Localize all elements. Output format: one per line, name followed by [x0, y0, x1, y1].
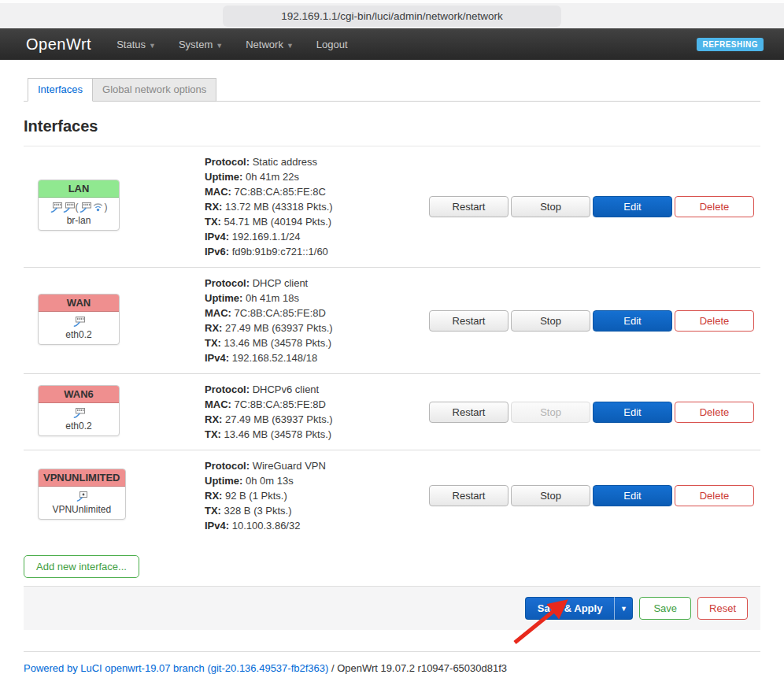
interface-name: LAN	[39, 180, 119, 198]
openwrt-logo: OpenWrt	[26, 35, 91, 54]
detail-line: IPv4: 192.169.1.1/24	[205, 229, 429, 244]
nav-item-system[interactable]: System▼	[179, 39, 223, 50]
interface-details: Protocol: WireGuard VPNUptime: 0h 0m 13s…	[205, 450, 429, 541]
stop-button[interactable]: Stop	[511, 310, 590, 332]
detail-line: IPv6: fd9b:91b9:c721::1/60	[205, 244, 429, 259]
delete-button[interactable]: Delete	[675, 310, 754, 332]
nav-item-logout[interactable]: Logout	[316, 39, 348, 50]
save-apply-split-button: Save & Apply ▼	[525, 597, 634, 620]
edit-button[interactable]: Edit	[593, 402, 672, 423]
detail-line: TX: 54.71 MB (40194 Pkts.)	[205, 214, 429, 229]
interface-name: WAN	[39, 295, 119, 312]
interface-details: Protocol: Static addressUptime: 0h 41m 2…	[205, 146, 429, 267]
interface-icons	[42, 315, 116, 327]
delete-button[interactable]: Delete	[675, 196, 754, 217]
tunnel-icon	[76, 491, 87, 502]
page-title: Interfaces	[24, 117, 760, 146]
interface-status-box: VPNUNLIMITED VPNUnlimited	[38, 469, 126, 520]
save-button[interactable]: Save	[639, 597, 691, 620]
detail-line: RX: 27.49 MB (63937 Pkts.)	[205, 320, 429, 335]
interface-name: WAN6	[39, 386, 119, 403]
restart-button[interactable]: Restart	[429, 196, 508, 217]
edit-button[interactable]: Edit	[593, 310, 672, 332]
footer-luci-link[interactable]: Powered by LuCI openwrt-19.07 branch (gi…	[24, 662, 328, 674]
detail-line: TX: 328 B (3 Pkts.)	[205, 503, 429, 518]
interface-icons: ()	[42, 201, 116, 213]
stop-button: Stop	[511, 402, 590, 423]
detail-line: MAC: 7C:8B:CA:85:FE:8D	[205, 397, 429, 412]
stop-button[interactable]: Stop	[511, 485, 590, 506]
ethernet-icon	[63, 202, 75, 213]
footer-version-text: / OpenWrt 19.07.2 r10947-65030d81f3	[328, 662, 507, 674]
interface-actions: RestartStopEditDelete	[429, 310, 760, 332]
edit-button[interactable]: Edit	[593, 485, 672, 506]
tab-global-network-options[interactable]: Global network options	[93, 78, 216, 102]
add-new-interface-button[interactable]: Add new interface...	[24, 555, 139, 578]
interface-icons	[42, 406, 116, 418]
detail-line: RX: 13.72 MB (43318 Pkts.)	[205, 199, 429, 214]
save-apply-dropdown-caret-icon[interactable]: ▼	[614, 597, 633, 620]
chevron-down-icon: ▼	[216, 42, 223, 50]
restart-button[interactable]: Restart	[429, 402, 508, 423]
interface-status-box: WAN eth0.2	[38, 294, 120, 345]
reset-button[interactable]: Reset	[697, 597, 748, 620]
browser-address-bar: 192.169.1.1/cgi-bin/luci/admin/network/n…	[0, 0, 784, 28]
detail-line: IPv4: 192.168.52.148/18	[205, 350, 429, 365]
bracket-close: )	[105, 202, 108, 213]
interface-device: eth0.2	[42, 421, 116, 432]
detail-line: TX: 13.46 MB (34578 Pkts.)	[205, 427, 429, 442]
top-navbar: OpenWrt Status▼ System▼ Network▼ Logout …	[0, 28, 784, 60]
detail-line: Uptime: 0h 41m 22s	[205, 169, 429, 184]
restart-button[interactable]: Restart	[429, 485, 508, 506]
edit-button[interactable]: Edit	[593, 196, 672, 217]
detail-line: RX: 27.49 MB (63937 Pkts.)	[205, 412, 429, 427]
interface-row-wan6: WAN6 eth0.2 Protocol: DHCPv6 clientMAC: …	[24, 374, 760, 450]
interface-actions: RestartStopEditDelete	[429, 196, 760, 217]
ethernet-icon	[73, 317, 85, 327]
tab-bar: Interfaces Global network options	[24, 78, 760, 102]
nav-item-status[interactable]: Status▼	[116, 39, 156, 50]
interface-actions: RestartStopEditDelete	[429, 402, 760, 423]
address-bar-url[interactable]: 192.169.1.1/cgi-bin/luci/admin/network/n…	[223, 6, 561, 27]
bracket-open: (	[76, 202, 79, 213]
detail-line: Protocol: DHCPv6 client	[205, 382, 429, 397]
detail-line: MAC: 7C:8B:CA:85:FE:8C	[205, 184, 429, 199]
detail-line: MAC: 7C:8B:CA:85:FE:8D	[205, 306, 429, 320]
interface-actions: RestartStopEditDelete	[429, 485, 760, 506]
ethernet-icon	[73, 408, 85, 418]
page-footer: Powered by LuCI openwrt-19.07 branch (gi…	[24, 651, 760, 674]
wifi-icon	[92, 202, 104, 213]
detail-line: Protocol: Static address	[205, 154, 429, 169]
stop-button[interactable]: Stop	[511, 196, 590, 217]
nav-item-network[interactable]: Network▼	[246, 39, 294, 50]
refreshing-status-badge: REFRESHING	[697, 38, 764, 51]
save-apply-button[interactable]: Save & Apply	[525, 597, 615, 620]
detail-line: RX: 92 B (1 Pkts.)	[205, 488, 429, 503]
delete-button[interactable]: Delete	[675, 485, 754, 506]
ethernet-icon	[50, 202, 62, 213]
interface-device: br-lan	[42, 215, 116, 226]
ethernet-icon	[80, 202, 91, 213]
interface-device: VPNUnlimited	[42, 504, 122, 515]
interface-device: eth0.2	[42, 329, 116, 340]
delete-button[interactable]: Delete	[675, 402, 754, 423]
chevron-down-icon: ▼	[287, 42, 294, 50]
interface-list: LAN () br-lan Protocol: Static addressUp…	[24, 146, 760, 541]
interface-row-lan: LAN () br-lan Protocol: Static addressUp…	[24, 146, 760, 268]
detail-line: Uptime: 0h 41m 18s	[205, 291, 429, 306]
detail-line: Uptime: 0h 0m 13s	[205, 473, 429, 488]
interface-row-wan: WAN eth0.2 Protocol: DHCP clientUptime: …	[24, 268, 760, 374]
interface-details: Protocol: DHCPv6 clientMAC: 7C:8B:CA:85:…	[205, 374, 429, 450]
detail-line: Protocol: DHCP client	[205, 276, 429, 291]
detail-line: Protocol: WireGuard VPN	[205, 458, 429, 473]
interface-status-box: LAN () br-lan	[38, 180, 120, 231]
detail-line: IPv4: 10.100.3.86/32	[205, 518, 429, 533]
interface-row-vpnunlimited: VPNUNLIMITED VPNUnlimited Protocol: Wire…	[24, 450, 760, 541]
interface-status-box: WAN6 eth0.2	[38, 385, 120, 436]
detail-line: TX: 13.46 MB (34578 Pkts.)	[205, 335, 429, 350]
interface-details: Protocol: DHCP clientUptime: 0h 41m 18sM…	[205, 268, 429, 373]
tab-interfaces[interactable]: Interfaces	[28, 78, 93, 102]
form-action-bar: Save & Apply ▼ Save Reset	[24, 586, 760, 630]
restart-button[interactable]: Restart	[429, 310, 508, 332]
interface-icons	[42, 490, 122, 502]
